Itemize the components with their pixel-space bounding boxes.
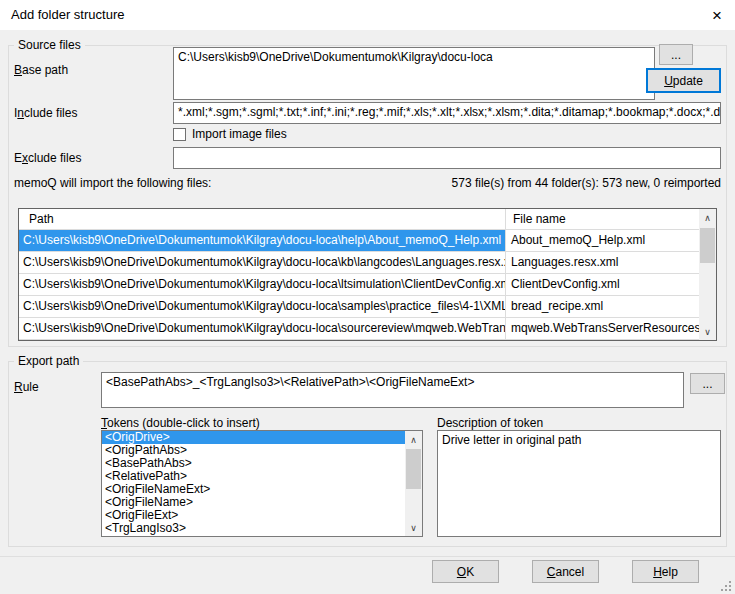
update-button[interactable]: Update bbox=[646, 68, 721, 93]
token-list-scrollbar[interactable]: ∧ ∨ bbox=[405, 431, 422, 536]
table-row[interactable]: C:\Users\kisb9\OneDrive\Dokumentumok\Kil… bbox=[19, 274, 699, 296]
file-table-header: Path File name bbox=[19, 209, 699, 230]
footer-separator bbox=[0, 556, 735, 557]
base-path-browse-button[interactable]: ... bbox=[659, 44, 693, 65]
import-summary-text: memoQ will import the following files: bbox=[14, 176, 211, 190]
token-item[interactable]: <OrigFileNameExt> bbox=[102, 483, 405, 496]
cancel-button[interactable]: Cancel bbox=[532, 560, 599, 583]
scrollbar-thumb[interactable] bbox=[700, 228, 715, 263]
base-path-label: Base path bbox=[14, 63, 68, 77]
token-item[interactable]: <OrigFileExt> bbox=[102, 509, 405, 522]
titlebar: Add folder structure × bbox=[0, 0, 735, 30]
token-list: <OrigDrive> <OrigPathAbs> <BasePathAbs> … bbox=[101, 430, 423, 537]
token-item[interactable]: <OrigPathAbs> bbox=[102, 444, 405, 457]
table-row[interactable]: C:\Users\kisb9\OneDrive\Dokumentumok\Kil… bbox=[19, 318, 699, 340]
token-item[interactable]: <OrigFileName> bbox=[102, 496, 405, 509]
close-icon: × bbox=[712, 7, 722, 24]
scroll-up-icon[interactable]: ∧ bbox=[405, 431, 422, 448]
import-image-files-label[interactable]: Import image files bbox=[192, 127, 287, 141]
table-scrollbar[interactable]: ∧ ∨ bbox=[699, 209, 716, 340]
table-row[interactable]: C:\Users\kisb9\OneDrive\Dokumentumok\Kil… bbox=[19, 230, 699, 252]
table-row[interactable]: C:\Users\kisb9\OneDrive\Dokumentumok\Kil… bbox=[19, 252, 699, 274]
include-files-label: Include files bbox=[14, 106, 77, 120]
scroll-down-icon[interactable]: ∨ bbox=[699, 323, 716, 340]
exclude-files-label: Exclude files bbox=[14, 151, 81, 165]
export-path-group-label: Export path bbox=[14, 355, 83, 368]
import-image-files-checkbox[interactable] bbox=[173, 128, 186, 141]
rule-browse-button[interactable]: ... bbox=[690, 373, 725, 394]
tokens-label: Tokens (double-click to insert) bbox=[101, 416, 260, 430]
import-count-text: 573 file(s) from 44 folder(s): 573 new, … bbox=[452, 176, 721, 190]
help-button[interactable]: Help bbox=[632, 560, 699, 583]
scroll-up-icon[interactable]: ∧ bbox=[699, 209, 716, 226]
table-row[interactable]: C:\Users\kisb9\OneDrive\Dokumentumok\Kil… bbox=[19, 296, 699, 318]
token-description-box: Drive letter in original path bbox=[437, 430, 721, 537]
include-files-input[interactable]: *.xml;*.sgm;*.sgml;*.txt;*.inf;*.ini;*.r… bbox=[173, 102, 721, 124]
rule-input[interactable]: <BasePathAbs>_<TrgLangIso3>\<RelativePat… bbox=[101, 372, 684, 408]
ok-button[interactable]: OK bbox=[432, 560, 499, 583]
token-description-label: Description of token bbox=[437, 416, 543, 430]
source-files-group-label: Source files bbox=[14, 39, 85, 52]
file-table: Path File name C:\Users\kisb9\OneDrive\D… bbox=[18, 208, 717, 341]
close-button[interactable]: × bbox=[701, 0, 733, 30]
rule-label: Rule bbox=[14, 380, 39, 394]
base-path-input[interactable]: C:\Users\kisb9\OneDrive\Dokumentumok\Kil… bbox=[173, 47, 655, 100]
column-header-file-name[interactable]: File name bbox=[506, 209, 699, 229]
token-item[interactable]: <TrgLangIso3> bbox=[102, 522, 405, 535]
scroll-down-icon[interactable]: ∨ bbox=[405, 519, 422, 536]
add-folder-structure-dialog: Add folder structure × Source files Base… bbox=[0, 0, 735, 594]
scrollbar-thumb[interactable] bbox=[406, 449, 421, 489]
exclude-files-input[interactable] bbox=[173, 147, 721, 169]
token-item[interactable]: <OrigDrive> bbox=[102, 431, 405, 444]
column-header-path[interactable]: Path bbox=[19, 209, 506, 229]
token-item[interactable]: <BasePathAbs> bbox=[102, 457, 405, 470]
resize-grip-icon[interactable] bbox=[721, 581, 732, 592]
dialog-title: Add folder structure bbox=[11, 0, 124, 30]
token-item[interactable]: <RelativePath> bbox=[102, 470, 405, 483]
